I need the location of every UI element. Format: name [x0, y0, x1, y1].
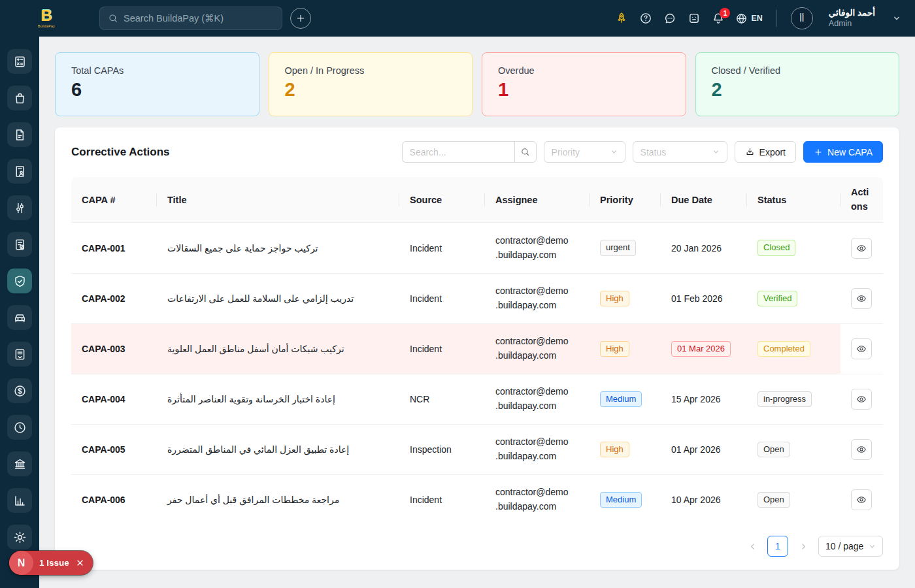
eye-icon [856, 495, 867, 505]
close-icon[interactable] [76, 559, 84, 567]
sidebar-item-settings[interactable] [7, 525, 32, 549]
eye-icon [856, 394, 867, 404]
language-switcher[interactable]: EN [735, 12, 762, 25]
chat-button[interactable] [663, 11, 677, 25]
user-name: أحمد الوفائي [829, 8, 875, 19]
status-cell: in-progress [747, 391, 840, 408]
priority-filter-select[interactable]: Priority [544, 141, 625, 163]
sidebar-item-time[interactable] [7, 415, 32, 440]
new-capa-button[interactable]: New CAPA [803, 141, 883, 163]
sidebar-item-vehicle[interactable] [7, 305, 32, 330]
status-badge: Open [757, 492, 790, 508]
user-role: Admin [829, 19, 875, 29]
due-date: 10 Apr 2026 [671, 495, 721, 505]
quick-add-button[interactable] [290, 8, 311, 29]
globe-icon [735, 12, 748, 25]
dev-issue-badge[interactable]: N 1 Issue [9, 551, 93, 575]
priority-badge: High [600, 291, 629, 307]
sidebar-item-calculator[interactable] [7, 49, 32, 74]
app-logo[interactable]: BB BuildaPay [35, 8, 58, 28]
sidebar-item-bank[interactable] [7, 451, 32, 476]
previous-page-button[interactable] [743, 536, 761, 557]
view-capa-button[interactable] [851, 288, 872, 309]
shield-check-icon [13, 274, 27, 288]
assignee-email: contractor@demo.buildapay.com [495, 385, 570, 413]
book-icon [13, 348, 27, 361]
assignee-email: contractor@demo.buildapay.com [495, 335, 570, 363]
source-cell: Incident [399, 495, 485, 505]
status-badge: Closed [757, 240, 795, 256]
user-meta[interactable]: أحمد الوفائي Admin [829, 8, 875, 29]
export-label: Export [759, 147, 786, 157]
actions-cell [840, 389, 883, 410]
source-cell: Incident [399, 243, 485, 253]
column-header-due-date: Due Date [661, 177, 747, 222]
export-button[interactable]: Export [735, 141, 796, 163]
chevron-down-icon[interactable] [893, 14, 901, 22]
title-cell: إعادة اختبار الخرسانة وتقوية العناصر الم… [157, 394, 399, 404]
title-cell: تدريب إلزامي على السلامة للعمل على الارت… [157, 293, 399, 304]
status-cell: Open [747, 492, 840, 508]
card-label: Open / In Progress [285, 65, 457, 76]
card-label: Overdue [498, 65, 670, 76]
page-size-label: 10 / page [825, 541, 863, 551]
bar-chart-icon [13, 494, 27, 508]
eye-icon [856, 293, 867, 304]
help-button[interactable] [639, 11, 653, 25]
sidebar-item-payments[interactable] [7, 378, 32, 403]
due-date-cell: 01 Apr 2026 [661, 444, 747, 455]
car-icon [13, 311, 27, 325]
plus-icon [295, 13, 306, 24]
sidebar-item-safety-shield[interactable] [7, 269, 32, 293]
next-page-button[interactable] [794, 536, 812, 557]
pagination: 1 10 / page [55, 525, 899, 568]
dollar-circle-icon [13, 384, 27, 398]
whats-new-button[interactable] [614, 11, 629, 25]
chevron-down-icon [610, 148, 618, 155]
sidebar-item-shopping-bag[interactable] [7, 86, 32, 110]
due-date-cell: 10 Apr 2026 [661, 495, 747, 505]
view-capa-button[interactable] [851, 238, 872, 259]
view-capa-button[interactable] [851, 338, 872, 359]
divider [776, 10, 777, 27]
table-search-input[interactable] [402, 141, 514, 163]
sidebar-item-sliders[interactable] [7, 195, 32, 220]
due-date-cell: 01 Feb 2026 [661, 293, 747, 304]
clipboard-check-icon [13, 238, 27, 252]
card-value: 2 [285, 79, 457, 101]
view-capa-button[interactable] [851, 439, 872, 460]
shopping-bag-icon [13, 91, 27, 105]
status-filter-select[interactable]: Status [633, 141, 727, 163]
sidebar-item-reports[interactable] [7, 488, 32, 513]
user-avatar[interactable]: أأ [791, 7, 813, 29]
search-icon [520, 147, 530, 157]
page-number-button[interactable]: 1 [767, 536, 788, 557]
global-search[interactable] [99, 7, 282, 30]
notifications-button[interactable]: 1 [711, 11, 725, 25]
priority-cell: High [590, 324, 661, 374]
clock-icon [13, 421, 27, 434]
due-date: 15 Apr 2026 [671, 394, 721, 404]
assignee-cell: contractor@demo.buildapay.com [485, 324, 590, 374]
priority-cell: High [590, 442, 661, 458]
global-search-input[interactable] [124, 13, 274, 24]
changelog-button[interactable] [687, 11, 701, 25]
eye-icon [856, 344, 867, 354]
column-header-title: Title [157, 177, 399, 222]
chevron-down-icon [869, 543, 876, 550]
eye-icon [856, 243, 867, 253]
page-size-select[interactable]: 10 / page [818, 536, 883, 557]
card-label: Closed / Verified [712, 65, 884, 76]
sidebar-item-clipboard-check[interactable] [7, 232, 32, 257]
sidebar-item-document[interactable] [7, 122, 32, 147]
assignee-cell: contractor@demo.buildapay.com [485, 435, 590, 463]
view-capa-button[interactable] [851, 489, 872, 510]
status-badge: in-progress [757, 391, 812, 408]
corrective-actions-panel: Corrective Actions Priority Status [55, 127, 899, 570]
sidebar-item-ledger[interactable] [7, 342, 32, 367]
view-capa-button[interactable] [851, 389, 872, 410]
priority-badge: urgent [600, 240, 636, 256]
priority-badge: Medium [600, 492, 642, 508]
sidebar-item-contract[interactable] [7, 159, 32, 184]
table-search-button[interactable] [514, 141, 537, 163]
